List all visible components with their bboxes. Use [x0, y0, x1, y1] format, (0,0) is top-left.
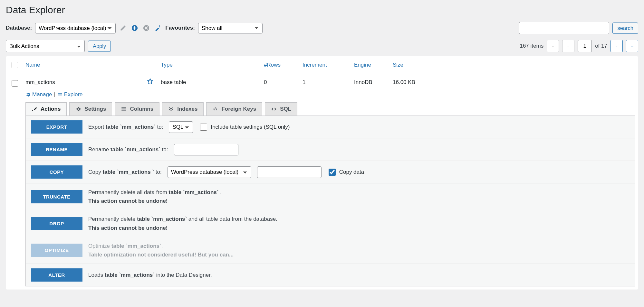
- manage-link[interactable]: Manage: [25, 91, 52, 98]
- row-name: mm_actions: [25, 79, 55, 85]
- alter-text: Loads table `mm_actions` into the Data D…: [88, 271, 212, 279]
- pager-last[interactable]: »: [626, 40, 638, 52]
- apply-button[interactable]: Apply: [88, 41, 111, 52]
- export-format-select[interactable]: SQL: [169, 121, 193, 133]
- row-increment: 1: [300, 78, 351, 87]
- page-input[interactable]: [578, 40, 592, 52]
- truncate-text: Permanently delete all data from table `…: [88, 188, 222, 205]
- col-engine[interactable]: Engine: [351, 60, 390, 70]
- delete-icon[interactable]: [142, 24, 150, 32]
- tabs: Actions Settings Columns Indexes Foreign…: [25, 102, 638, 116]
- row-engine: InnoDB: [351, 78, 390, 87]
- row-size: 16.00 KB: [390, 78, 638, 87]
- favourites-select[interactable]: Show all: [198, 23, 263, 33]
- optimize-text: Optimize table `mm_actions`. Table optim…: [88, 242, 234, 259]
- col-size[interactable]: Size: [390, 60, 638, 70]
- row-type: base table: [158, 78, 261, 87]
- toolbar: Database: WordPress database (local) Fav…: [6, 22, 638, 34]
- database-select[interactable]: WordPress database (local): [35, 23, 116, 33]
- rename-button[interactable]: RENAME: [31, 143, 82, 156]
- explore-link[interactable]: Explore: [57, 91, 83, 98]
- alter-button[interactable]: ALTER: [31, 268, 82, 282]
- tab-settings[interactable]: Settings: [69, 102, 112, 116]
- tab-foreign-keys[interactable]: Foreign Keys: [206, 102, 262, 116]
- page-of: of 17: [595, 43, 607, 49]
- col-rows[interactable]: #Rows: [261, 60, 300, 70]
- rename-input[interactable]: [174, 144, 238, 155]
- copy-name-input[interactable]: [257, 166, 322, 178]
- drop-text: Permanently delete table `mm_actions` an…: [88, 215, 277, 232]
- add-icon[interactable]: [130, 24, 139, 32]
- copy-data-checkbox[interactable]: [329, 169, 336, 176]
- tab-actions[interactable]: Actions: [25, 102, 67, 116]
- copy-text: Copy table `mm_actions ` to:: [88, 168, 162, 176]
- pager-next[interactable]: ›: [610, 40, 623, 52]
- database-label: Database:: [6, 25, 32, 31]
- pager-prev[interactable]: ‹: [562, 40, 574, 52]
- search-input[interactable]: [519, 22, 609, 34]
- tab-sql[interactable]: SQL: [265, 102, 297, 116]
- include-settings-checkbox[interactable]: [200, 124, 207, 131]
- page-title: Data Explorer: [6, 5, 638, 15]
- select-all-checkbox[interactable]: [12, 62, 18, 68]
- copy-data-label: Copy data: [339, 169, 364, 175]
- items-count: 167 items: [520, 43, 543, 49]
- export-button[interactable]: EXPORT: [31, 120, 82, 134]
- col-type[interactable]: Type: [158, 60, 261, 70]
- rename-text: Rename table `mm_actions` to:: [88, 145, 168, 154]
- optimize-button[interactable]: OPTIMIZE: [31, 244, 82, 257]
- tab-columns[interactable]: Columns: [115, 102, 159, 116]
- truncate-button[interactable]: TRUNCATE: [31, 190, 82, 203]
- col-increment[interactable]: Increment: [300, 60, 351, 70]
- include-settings-label: Include table settings (SQL only): [211, 124, 290, 130]
- pager-first[interactable]: «: [547, 40, 559, 52]
- copy-button[interactable]: COPY: [31, 165, 82, 179]
- col-name[interactable]: Name: [23, 60, 158, 70]
- export-text: Export table `mm_actions` to:: [88, 123, 163, 131]
- edit-icon[interactable]: [119, 24, 127, 32]
- favourites-label: Favourites:: [165, 25, 195, 31]
- favourite-star-icon[interactable]: [147, 78, 154, 87]
- row-checkbox[interactable]: [12, 80, 18, 87]
- search-button[interactable]: search: [612, 23, 638, 34]
- row-rows: 0: [261, 78, 300, 87]
- drop-button[interactable]: DROP: [31, 217, 82, 230]
- wand-icon[interactable]: [154, 24, 162, 32]
- copy-db-select[interactable]: WordPress database (local): [168, 166, 251, 178]
- actions-panel: EXPORT Export table `mm_actions` to: SQL…: [25, 116, 635, 286]
- table: Name Type #Rows Increment Engine Size mm…: [6, 56, 638, 290]
- table-row: mm_actions base table 0 1 InnoDB 16.00 K…: [6, 74, 638, 89]
- bulk-actions-select[interactable]: Bulk Actions: [6, 40, 85, 52]
- tab-indexes[interactable]: Indexes: [162, 102, 204, 116]
